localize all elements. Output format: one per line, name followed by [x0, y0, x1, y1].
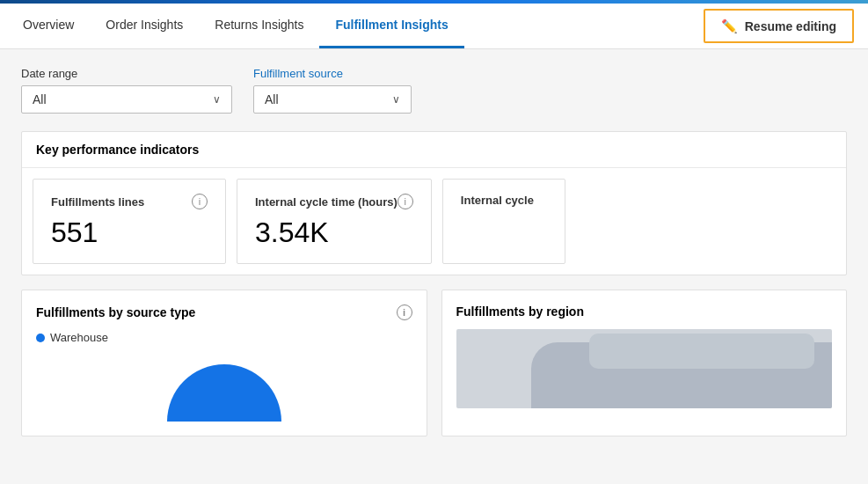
date-range-label: Date range [21, 67, 232, 80]
kpi-card-1-value: 551 [51, 216, 208, 249]
warehouse-label: Warehouse [50, 331, 108, 344]
pie-chart-area [36, 351, 412, 422]
kpi-card-fulfillments-lines: Fulfillments lines i 551 [33, 179, 226, 264]
bottom-row: Fulfillments by source type i Warehouse … [21, 290, 847, 436]
kpi-card-1-header: Fulfillments lines i [51, 194, 208, 209]
resume-editing-button[interactable]: ✏️ Resume editing [704, 9, 854, 43]
date-range-select[interactable]: All ∨ [21, 85, 232, 114]
fulfillment-source-label: Fulfillment source [253, 67, 412, 80]
date-range-chevron-icon: ∨ [213, 93, 221, 106]
map-land-shape-2 [589, 334, 815, 369]
pencil-icon: ✏️ [721, 18, 738, 34]
region-map-visual [456, 329, 833, 408]
region-card-title: Fulfillments by region [456, 304, 584, 319]
fulfillment-source-select[interactable]: All ∨ [253, 85, 412, 114]
source-card-info-icon[interactable]: i [397, 304, 412, 320]
tab-fulfillment-insights[interactable]: Fulfillment Insights [319, 4, 463, 48]
date-range-value: All [33, 92, 47, 106]
main-content: Date range All ∨ Fulfillment source All … [0, 49, 868, 454]
fulfillment-source-chevron-icon: ∨ [392, 93, 400, 106]
tab-order-insights[interactable]: Order Insights [90, 4, 199, 48]
kpi-section-title: Key performance indicators [22, 132, 846, 168]
pie-chart-visual [167, 364, 281, 422]
warehouse-dot [36, 334, 45, 342]
kpi-card-2-value: 3.54K [255, 216, 413, 249]
kpi-card-2-header: Internal cycle time (hours) i [255, 194, 413, 209]
source-card-title: Fulfillments by source type [36, 305, 195, 319]
fulfillments-by-region-card: Fulfillments by region [441, 290, 848, 436]
kpi-cards-row: Fulfillments lines i 551 Internal cycle … [22, 168, 846, 275]
region-card-header: Fulfillments by region [456, 304, 833, 319]
kpi-card-3-header: Internal cycle [461, 194, 547, 207]
fulfillment-source-value: All [265, 92, 279, 106]
navigation-bar: Overview Order Insights Returns Insights… [0, 4, 868, 49]
filters-row: Date range All ∨ Fulfillment source All … [21, 67, 847, 114]
kpi-card-2-title: Internal cycle time (hours) [255, 195, 398, 209]
fulfillments-by-source-card: Fulfillments by source type i Warehouse [21, 290, 427, 436]
kpi-section-card: Key performance indicators Fulfillments … [21, 131, 847, 275]
kpi-card-internal-cycle-time: Internal cycle time (hours) i 3.54K [237, 179, 432, 264]
kpi-card-3-title: Internal cycle [461, 194, 534, 207]
source-legend-warehouse: Warehouse [36, 331, 412, 344]
kpi-card-internal-cycle-partial: Internal cycle [442, 179, 565, 264]
kpi-card-1-info-icon[interactable]: i [192, 194, 208, 209]
kpi-card-1-title: Fulfillments lines [51, 195, 144, 209]
source-card-header: Fulfillments by source type i [36, 304, 412, 320]
fulfillment-source-filter: Fulfillment source All ∨ [253, 67, 412, 114]
date-range-filter: Date range All ∨ [21, 67, 232, 114]
resume-editing-label: Resume editing [745, 19, 836, 33]
tab-returns-insights[interactable]: Returns Insights [199, 4, 319, 48]
kpi-card-2-info-icon[interactable]: i [398, 194, 413, 209]
tab-overview[interactable]: Overview [7, 4, 90, 48]
